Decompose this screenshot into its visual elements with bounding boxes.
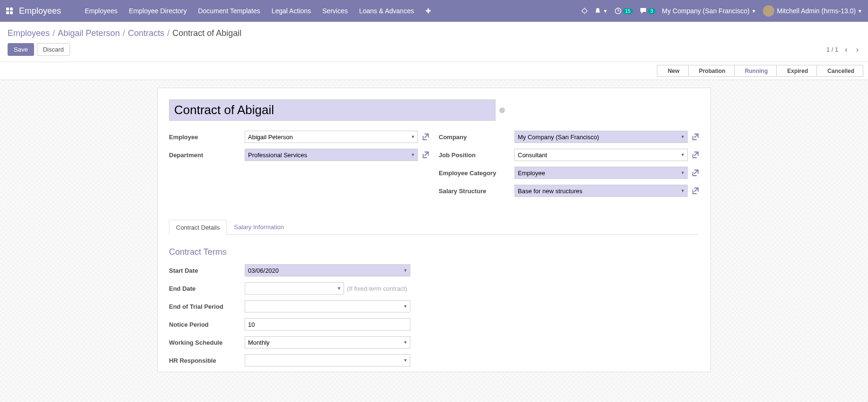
department-label: Department <box>169 152 245 159</box>
svg-point-4 <box>583 9 587 13</box>
kanban-state-toggle[interactable] <box>499 107 505 113</box>
navbar-right: ▼ 15 3 My Company (San Francisco) ▼ Mitc… <box>581 5 862 17</box>
nav-add[interactable]: ✚ <box>421 4 436 18</box>
breadcrumb: Employees / Abigail Peterson / Contracts… <box>8 28 860 38</box>
field-schedule: Working Schedule ▼ <box>169 336 434 349</box>
category-input[interactable] <box>514 167 688 179</box>
tab-contract-details[interactable]: Contract Details <box>169 220 227 235</box>
nav-employees[interactable]: Employees <box>80 4 122 18</box>
user-menu[interactable]: Mitchell Admin (hrms-13.0) ▼ <box>763 5 862 17</box>
employee-label: Employee <box>169 134 245 141</box>
field-category: Employee Category ▼ <box>439 166 699 179</box>
notice-input[interactable] <box>245 318 410 331</box>
field-department: Department ▼ <box>169 148 429 161</box>
start-date-label: Start Date <box>169 267 245 274</box>
status-expired[interactable]: Expired <box>777 65 817 77</box>
field-hr: HR Responsible ▼ <box>169 354 434 367</box>
chat-icon[interactable]: 3 <box>639 7 655 15</box>
form-background: Employee ▼ Department ▼ <box>0 80 868 402</box>
apps-icon[interactable] <box>6 7 13 15</box>
breadcrumb-contracts[interactable]: Contracts <box>128 28 164 38</box>
tab-salary-information[interactable]: Salary Information <box>227 219 291 234</box>
section-title: Contract Terms <box>169 247 434 257</box>
svg-rect-1 <box>10 8 13 10</box>
field-salary-structure: Salary Structure ▼ <box>439 184 699 197</box>
employee-input[interactable] <box>245 131 418 143</box>
schedule-label: Working Schedule <box>169 339 245 346</box>
job-input[interactable] <box>514 149 688 161</box>
status-cancelled[interactable]: Cancelled <box>817 65 863 77</box>
chevron-down-icon: ▼ <box>752 9 756 14</box>
main-menu: Employees Employee Directory Document Te… <box>80 4 436 18</box>
end-date-label: End Date <box>169 285 245 292</box>
external-link-icon[interactable] <box>691 169 699 177</box>
form-sheet: Employee ▼ Department ▼ <box>157 88 711 372</box>
notification-bell-icon[interactable]: ▼ <box>594 8 608 14</box>
pager-prev[interactable]: ‹ <box>843 45 849 54</box>
pager: 1 / 1 ‹ › <box>826 45 860 54</box>
external-link-icon[interactable] <box>691 187 699 195</box>
end-date-input[interactable] <box>245 282 344 295</box>
breadcrumb-abigail[interactable]: Abigail Peterson <box>58 28 120 38</box>
title-row <box>169 99 699 121</box>
company-label: Company <box>439 134 514 141</box>
nav-legal-actions[interactable]: Legal Actions <box>267 4 316 18</box>
external-link-icon[interactable] <box>422 133 429 141</box>
salary-structure-label: Salary Structure <box>439 188 514 195</box>
breadcrumb-sep: / <box>167 28 169 38</box>
nav-employee-directory[interactable]: Employee Directory <box>124 4 191 18</box>
save-button[interactable]: Save <box>8 43 34 56</box>
avatar <box>763 5 774 17</box>
form-left-col: Employee ▼ Department ▼ <box>169 130 429 202</box>
pager-next[interactable]: › <box>854 45 860 54</box>
svg-rect-0 <box>6 8 9 10</box>
external-link-icon[interactable] <box>691 151 699 159</box>
trial-input[interactable] <box>245 300 410 313</box>
company-name: My Company (San Francisco) <box>662 7 750 15</box>
bug-icon[interactable] <box>581 8 588 14</box>
status-new[interactable]: New <box>657 65 689 77</box>
top-navbar: Employees Employees Employee Directory D… <box>0 0 868 22</box>
clock-icon[interactable]: 15 <box>614 7 633 15</box>
action-bar: Save Discard 1 / 1 ‹ › <box>0 38 868 62</box>
chevron-down-icon: ▼ <box>603 9 608 14</box>
contract-name-input[interactable] <box>169 99 496 121</box>
app-brand[interactable]: Employees <box>19 6 61 16</box>
field-employee: Employee ▼ <box>169 130 429 143</box>
company-switcher[interactable]: My Company (San Francisco) ▼ <box>662 7 756 15</box>
salary-structure-input[interactable] <box>514 185 688 197</box>
pager-text: 1 / 1 <box>826 46 838 53</box>
breadcrumb-employees[interactable]: Employees <box>8 28 50 38</box>
field-end-date: End Date ▼ (If fixed-term contract) <box>169 282 434 295</box>
company-input[interactable] <box>514 131 688 143</box>
chat-badge: 3 <box>648 8 655 14</box>
svg-rect-3 <box>10 11 13 14</box>
nav-document-templates[interactable]: Document Templates <box>193 4 265 18</box>
form-right-col: Company ▼ Job Position ▼ <box>439 130 699 202</box>
status-running[interactable]: Running <box>735 65 777 77</box>
category-label: Employee Category <box>439 170 514 177</box>
field-job: Job Position ▼ <box>439 148 699 161</box>
statusbar-wrap: New Probation Running Expired Cancelled <box>0 62 868 80</box>
breadcrumb-row: Employees / Abigail Peterson / Contracts… <box>0 22 868 38</box>
department-input[interactable] <box>245 149 418 161</box>
status-probation[interactable]: Probation <box>689 65 735 77</box>
hr-input[interactable] <box>245 354 410 366</box>
statusbar: New Probation Running Expired Cancelled <box>657 65 863 77</box>
external-link-icon[interactable] <box>691 133 699 141</box>
svg-rect-2 <box>6 11 9 14</box>
nav-loans-advances[interactable]: Loans & Advances <box>354 4 419 18</box>
nav-services[interactable]: Services <box>318 4 353 18</box>
field-company: Company ▼ <box>439 130 699 143</box>
field-notice: Notice Period <box>169 318 434 331</box>
start-date-input[interactable] <box>245 264 410 277</box>
schedule-input[interactable] <box>245 336 410 348</box>
breadcrumb-current: Contract of Abigail <box>172 28 241 38</box>
breadcrumb-sep: / <box>123 28 125 38</box>
chevron-down-icon: ▼ <box>858 9 862 14</box>
hr-label: HR Responsible <box>169 357 245 364</box>
end-date-hint: (If fixed-term contract) <box>347 285 407 292</box>
form-columns: Employee ▼ Department ▼ <box>169 130 699 202</box>
external-link-icon[interactable] <box>422 151 429 159</box>
discard-button[interactable]: Discard <box>37 43 70 56</box>
